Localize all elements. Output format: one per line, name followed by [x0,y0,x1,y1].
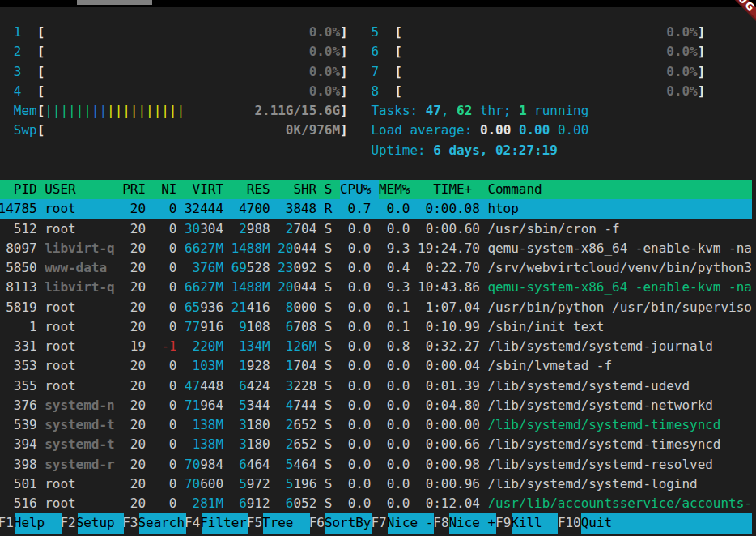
svg-text:DEBUG: DEBUG [717,0,756,15]
